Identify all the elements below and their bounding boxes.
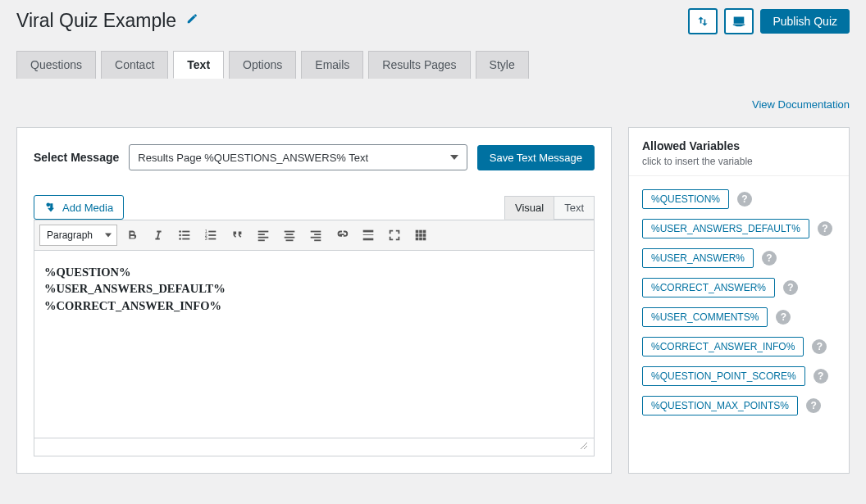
editor-statusbar (34, 438, 595, 456)
variable-button[interactable]: %CORRECT_ANSWER% (642, 278, 775, 297)
variable-row: %USER_ANSWER%? (642, 248, 836, 268)
variable-row: %CORRECT_ANSWER_INFO%? (642, 337, 836, 356)
fullscreen-icon[interactable] (383, 224, 406, 247)
svg-rect-12 (258, 231, 269, 233)
help-icon[interactable]: ? (783, 280, 798, 295)
tab-text[interactable]: Text (173, 51, 224, 79)
svg-rect-30 (416, 234, 419, 237)
svg-rect-25 (363, 234, 374, 235)
message-select-value: Results Page %QUESTIONS_ANSWERS% Text (138, 152, 368, 164)
svg-point-0 (179, 230, 181, 233)
italic-icon[interactable] (147, 224, 170, 247)
tab-options[interactable]: Options (229, 51, 296, 79)
edit-title-icon[interactable] (185, 13, 198, 29)
resize-handle-icon[interactable] (579, 441, 589, 453)
svg-rect-14 (258, 237, 269, 238)
svg-rect-11 (208, 238, 216, 240)
variable-button[interactable]: %USER_ANSWER% (642, 248, 754, 268)
svg-rect-26 (363, 238, 374, 241)
add-media-button[interactable]: Add Media (34, 195, 124, 220)
variable-button[interactable]: %QUESTION_POINT_SCORE% (642, 366, 805, 386)
paragraph-format-select[interactable]: Paragraph (39, 225, 117, 246)
tab-contact[interactable]: Contact (101, 51, 168, 79)
variable-button[interactable]: %QUESTION_MAX_POINTS% (642, 396, 798, 415)
help-icon[interactable]: ? (814, 369, 828, 384)
allowed-variables-panel: Allowed Variables click to insert the va… (628, 127, 850, 474)
svg-text:3: 3 (205, 236, 207, 241)
editor-tab-visual[interactable]: Visual (504, 196, 554, 220)
page-header: Viral Quiz Example Publish Quiz (16, 8, 850, 34)
editor-panel: Select Message Results Page %QUESTIONS_A… (16, 127, 612, 474)
svg-rect-13 (258, 234, 265, 235)
toolbar-toggle-icon[interactable] (409, 224, 432, 247)
view-documentation-link[interactable]: View Documentation (752, 98, 850, 111)
save-text-message-button[interactable]: Save Text Message (477, 145, 595, 170)
add-media-label: Add Media (62, 202, 113, 214)
link-icon[interactable] (330, 224, 353, 247)
editor-content[interactable]: %QUESTION%%USER_ANSWERS_DEFAULT%%CORRECT… (34, 250, 595, 438)
editor-tab-text[interactable]: Text (554, 196, 595, 220)
main-tabs: QuestionsContactTextOptionsEmailsResults… (16, 51, 850, 79)
align-center-icon[interactable] (278, 224, 301, 247)
svg-rect-5 (182, 238, 189, 240)
read-more-icon[interactable] (357, 224, 380, 247)
align-right-icon[interactable] (304, 224, 327, 247)
blockquote-icon[interactable] (226, 224, 248, 247)
variable-row: %QUESTION_MAX_POINTS%? (642, 396, 836, 415)
svg-rect-29 (423, 230, 426, 234)
help-icon[interactable]: ? (762, 251, 777, 266)
variable-row: %QUESTION_POINT_SCORE%? (642, 366, 836, 386)
svg-rect-32 (423, 234, 426, 237)
svg-rect-7 (208, 231, 216, 233)
align-left-icon[interactable] (252, 224, 275, 247)
tab-questions[interactable]: Questions (16, 51, 96, 79)
bold-icon[interactable] (121, 224, 144, 247)
help-icon[interactable]: ? (806, 398, 821, 413)
publish-quiz-button[interactable]: Publish Quiz (760, 9, 850, 34)
sort-button[interactable] (688, 8, 718, 34)
editor-line: %USER_ANSWERS_DEFAULT% (44, 280, 584, 297)
svg-rect-34 (419, 238, 422, 241)
paragraph-format-value: Paragraph (47, 229, 93, 241)
tab-style[interactable]: Style (476, 51, 529, 79)
variable-button[interactable]: %USER_ANSWERS_DEFAULT% (642, 219, 809, 238)
svg-rect-21 (314, 234, 321, 235)
variable-row: %USER_COMMENTS%? (642, 307, 836, 327)
variable-button[interactable]: %USER_COMMENTS% (642, 307, 768, 327)
svg-rect-28 (419, 230, 422, 234)
preview-button[interactable] (724, 8, 754, 34)
svg-rect-31 (419, 234, 422, 237)
tab-results-pages[interactable]: Results Pages (368, 51, 470, 79)
number-list-icon[interactable]: 123 (199, 224, 222, 247)
variable-row: %QUESTION%? (642, 189, 836, 209)
editor-line: %CORRECT_ANSWER_INFO% (44, 297, 584, 314)
svg-rect-22 (311, 237, 321, 238)
svg-rect-17 (286, 234, 294, 235)
variable-button[interactable]: %CORRECT_ANSWER_INFO% (642, 337, 804, 356)
allowed-variables-title: Allowed Variables (642, 139, 836, 152)
svg-rect-20 (311, 231, 321, 233)
help-icon[interactable]: ? (776, 310, 791, 325)
bullet-list-icon[interactable] (173, 224, 196, 247)
help-icon[interactable]: ? (737, 192, 752, 207)
svg-rect-19 (286, 239, 294, 241)
message-select[interactable]: Results Page %QUESTIONS_ANSWERS% Text (129, 144, 467, 170)
svg-rect-1 (182, 231, 189, 233)
svg-rect-3 (182, 234, 189, 236)
help-icon[interactable]: ? (818, 221, 832, 236)
svg-rect-18 (285, 237, 295, 238)
tab-emails[interactable]: Emails (301, 51, 363, 79)
help-icon[interactable]: ? (812, 339, 827, 354)
svg-point-2 (179, 234, 181, 237)
variable-row: %CORRECT_ANSWER%? (642, 278, 836, 297)
allowed-variables-subtitle: click to insert the variable (642, 156, 836, 167)
svg-rect-33 (416, 238, 419, 241)
svg-rect-9 (208, 234, 216, 236)
svg-rect-27 (416, 230, 419, 234)
svg-rect-23 (314, 239, 321, 241)
variable-button[interactable]: %QUESTION% (642, 189, 729, 209)
variable-row: %USER_ANSWERS_DEFAULT%? (642, 219, 836, 238)
svg-rect-15 (258, 239, 265, 241)
editor-toolbar: Paragraph 123 (34, 220, 595, 250)
svg-rect-24 (363, 230, 374, 233)
